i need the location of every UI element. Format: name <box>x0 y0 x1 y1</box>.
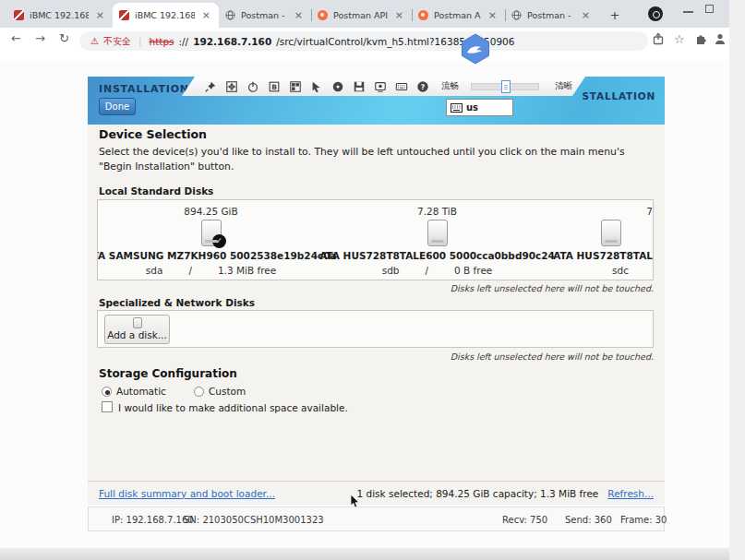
radio-automatic[interactable] <box>102 387 112 397</box>
reclaim-space-checkbox[interactable] <box>102 401 113 412</box>
status-recv: Recv: 750 <box>502 515 547 525</box>
page-title: Device Selection <box>99 127 207 141</box>
disk-sep: / <box>426 265 429 276</box>
add-disk-label: Add a disk... <box>107 329 167 340</box>
unselected-note: Disks left unselected here will not be t… <box>451 283 654 293</box>
tab-close-icon[interactable]: × <box>487 10 499 20</box>
pin-icon[interactable] <box>204 80 217 93</box>
tab-label: Postman - Browse <box>241 10 287 20</box>
disk-name: ATA HUS728T8TALE600 5000cca0bbd90c24 <box>319 250 555 261</box>
profile-avatar-icon[interactable] <box>714 32 727 45</box>
maximize-icon[interactable] <box>705 5 714 13</box>
keyboard-layout-value: us <box>466 102 478 113</box>
tab-ibmc-2-active[interactable]: iBMC 192.168.7.16 × <box>113 3 219 28</box>
installer-content: Device Selection Select the device(s) yo… <box>88 125 665 505</box>
network-disks-box: Add a disk... <box>97 310 654 348</box>
cd-rom-icon[interactable] <box>331 80 344 93</box>
extensions-icon[interactable] <box>694 32 707 45</box>
selected-check-icon: ✓ <box>212 234 226 248</box>
svg-text:B: B <box>271 82 277 90</box>
url-field[interactable]: ⚠ 不安全 | https://192.168.7.160/src/virtua… <box>79 31 648 51</box>
mouse-cursor <box>350 494 361 509</box>
postman-favicon <box>418 10 428 20</box>
keyboard-layout-selector[interactable]: us <box>446 99 513 116</box>
power-icon[interactable] <box>246 80 259 93</box>
drive-icon <box>427 220 448 246</box>
radio-custom[interactable] <box>194 387 204 397</box>
media-control-icon[interactable] <box>648 6 663 21</box>
disk-free: 1.3 MiB free <box>218 265 276 276</box>
globe-favicon <box>225 10 235 20</box>
storage-config-title: Storage Configuration <box>99 367 237 380</box>
warning-icon: ⚠ <box>90 36 99 46</box>
tab-label: iBMC 192.168.7.16 <box>135 10 195 20</box>
tab-postman-browse-2[interactable]: Postman - Browse × <box>505 3 598 28</box>
tab-ibmc-1[interactable]: iBMC 192.168.7.16 × <box>7 3 113 28</box>
add-disk-button[interactable]: Add a disk... <box>104 315 170 344</box>
disk-dev: sdc <box>612 265 629 276</box>
tab-label: Postman - Browse <box>527 10 574 20</box>
tab-postman-browse-1[interactable]: Postman - Browse × <box>219 3 311 28</box>
done-button[interactable]: Done <box>99 98 136 115</box>
keyboard-layout-icon <box>451 103 463 113</box>
reload-icon[interactable]: ↻ <box>59 31 69 45</box>
full-disk-summary-link[interactable]: Full disk summary and boot loader... <box>99 488 275 499</box>
tab-close-icon[interactable]: × <box>94 10 106 20</box>
disk-sep: / <box>188 265 192 276</box>
url-separator: :// <box>179 36 189 47</box>
desktop-edge-bottom <box>0 548 729 560</box>
new-tab-button[interactable]: + <box>606 6 624 25</box>
drive-icon <box>601 220 621 246</box>
reclaim-space-label[interactable]: I would like to make additional space av… <box>118 402 348 413</box>
radio-automatic-label[interactable]: Automatic <box>116 386 166 397</box>
kvm-toolbar: B ? 流畅 清晰 <box>182 77 585 96</box>
tab-strip: iBMC 192.168.7.16 × iBMC 192.168.7.16 × … <box>0 0 729 28</box>
slider-clear-label: 清晰 <box>555 80 572 92</box>
back-icon[interactable]: ← <box>11 31 21 45</box>
tab-label: Postman API Platfo <box>333 10 388 20</box>
postman-favicon <box>318 10 328 20</box>
security-warning[interactable]: 不安全 <box>103 35 131 48</box>
ibmc-favicon <box>14 10 24 20</box>
quality-slider[interactable] <box>471 83 539 90</box>
thunder-download-icon[interactable] <box>460 33 491 65</box>
local-disks-box: 894.25 GiB ✓ ATA SAMSUNG MZ7KH960 500253… <box>97 199 654 280</box>
tab-postman-api-2[interactable]: Postman API Platfo × <box>412 3 505 28</box>
disk-name: ATA SAMSUNG MZ7KH960 5002538e19b24c0a <box>97 250 337 261</box>
svg-text:?: ? <box>421 82 426 90</box>
screenshot-icon[interactable] <box>289 80 302 93</box>
b-key-icon[interactable]: B <box>268 80 281 93</box>
record-icon[interactable] <box>374 80 387 93</box>
help-icon[interactable]: ? <box>416 80 429 93</box>
status-sn: SN: 2103050CSH10M3001323 <box>184 515 324 525</box>
drive-icon: ✓ <box>201 220 222 246</box>
installer-title-right: STALLATION <box>582 90 655 101</box>
tab-postman-api-1[interactable]: Postman API Platfo × <box>311 3 412 28</box>
slider-smooth-label: 流畅 <box>441 80 459 92</box>
floppy-icon[interactable] <box>353 80 366 93</box>
selection-summary: 1 disk selected; 894.25 GiB capacity; 1.… <box>357 488 599 499</box>
share-icon[interactable] <box>652 32 665 45</box>
disk-dev: sda <box>146 265 163 276</box>
disk-sdc[interactable]: 7 ATA HUS728T8TAL sdc <box>550 200 653 280</box>
radio-custom-label[interactable]: Custom <box>209 386 246 397</box>
kvm-status-bar: IP: 192.168.7.160 SN: 2103050CSH10M30013… <box>88 506 665 531</box>
minimize-icon[interactable] <box>683 11 693 13</box>
slider-handle[interactable] <box>501 80 511 93</box>
tab-close-icon[interactable]: × <box>393 10 405 20</box>
globe-favicon <box>511 10 522 20</box>
description-text: Select the device(s) you'd like to insta… <box>99 145 658 174</box>
refresh-link[interactable]: Refresh... <box>607 488 654 499</box>
bookmark-star-icon[interactable]: ☆ <box>674 32 685 46</box>
keyboard-icon[interactable] <box>395 80 408 93</box>
mouse-icon[interactable] <box>310 80 323 93</box>
tab-close-icon[interactable]: × <box>200 10 212 20</box>
tab-close-icon[interactable]: × <box>580 10 592 20</box>
disk-sdb[interactable]: 7.28 TiB ATA HUS728T8TALE600 5000cca0bbd… <box>324 200 550 280</box>
disk-free: 0 B free <box>454 265 492 276</box>
fullscreen-icon[interactable] <box>225 80 238 93</box>
disk-dev: sdb <box>382 265 400 276</box>
disk-sda[interactable]: 894.25 GiB ✓ ATA SAMSUNG MZ7KH960 500253… <box>98 200 324 280</box>
tab-close-icon[interactable]: × <box>293 10 305 20</box>
forward-icon[interactable]: → <box>35 31 45 45</box>
